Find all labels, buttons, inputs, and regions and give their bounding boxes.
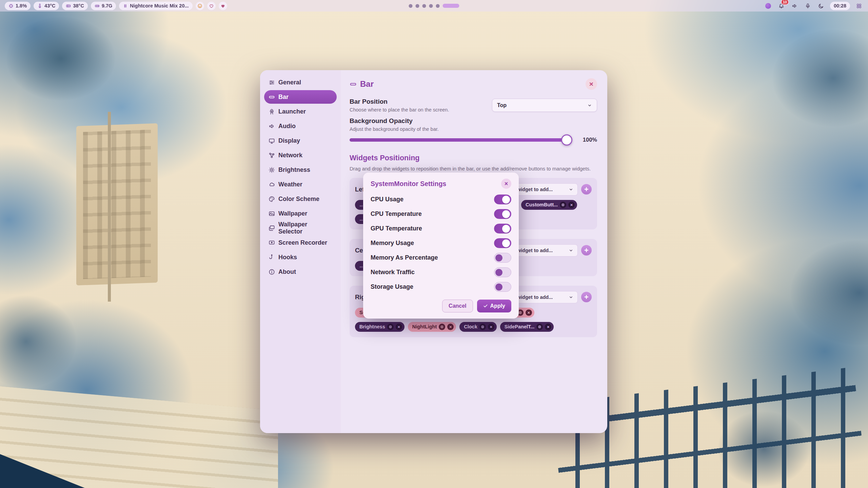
widget-remove-icon[interactable]: × <box>545 324 551 330</box>
workspace-dot[interactable] <box>422 4 426 8</box>
clock[interactable]: 00:28 <box>830 2 850 10</box>
workspaces-indicator <box>409 0 459 12</box>
accent-status-button[interactable] <box>764 1 773 10</box>
background-opacity-description: Adjust the background opacity of the bar… <box>350 126 597 132</box>
volume-button[interactable] <box>790 1 799 10</box>
memory-icon <box>95 3 100 8</box>
memory-as-percentage-toggle[interactable] <box>494 253 511 263</box>
widget-settings-icon[interactable] <box>439 324 445 330</box>
left-add-widget-button[interactable]: + <box>581 184 592 195</box>
accent-dot-icon <box>765 3 771 9</box>
widget-chip[interactable]: SidePanelT... × <box>500 322 554 332</box>
notifications-button[interactable]: 10 <box>777 1 786 10</box>
widget-remove-icon[interactable]: × <box>568 202 575 208</box>
sidebar-item-general[interactable]: General <box>264 76 337 89</box>
sidebar-item-audio[interactable]: Audio <box>264 119 337 133</box>
gpu-temp-value: 38°C <box>73 3 84 8</box>
sidebar-item-brightness[interactable]: Brightness <box>264 163 337 177</box>
settings-sidebar: General Bar Launcher Audio Display Netwo… <box>260 70 341 433</box>
cancel-button[interactable]: Cancel <box>442 300 473 312</box>
memory-usage-toggle[interactable] <box>494 238 511 248</box>
network-traffic-toggle[interactable] <box>494 267 511 277</box>
widget-remove-icon[interactable]: × <box>526 309 532 316</box>
memory-pill[interactable]: 9.7G <box>91 2 116 10</box>
opacity-slider[interactable] <box>350 138 571 142</box>
modal-header: SystemMonitor Settings × <box>371 179 511 189</box>
workspace-dot[interactable] <box>429 4 433 8</box>
microphone-button[interactable] <box>804 1 812 10</box>
chevron-down-icon <box>587 103 592 108</box>
media-player-pill[interactable]: Nightcore Music Mix 20... <box>119 2 192 10</box>
center-add-widget-button[interactable]: + <box>581 245 592 256</box>
heart-icon <box>220 3 225 8</box>
sidebar-item-wallpaper[interactable]: Wallpaper <box>264 207 337 220</box>
gpu-temperature-toggle[interactable] <box>494 224 511 233</box>
widget-chip-label: Clock <box>464 324 477 329</box>
cpu-temp-pill[interactable]: 43°C <box>34 2 59 10</box>
apply-label: Apply <box>490 303 505 309</box>
gpu-temp-pill[interactable]: 38°C <box>62 2 87 10</box>
favorite-button[interactable] <box>207 2 216 10</box>
opacity-slider-thumb[interactable] <box>561 134 572 145</box>
toggle-label: GPU Temperature <box>371 225 422 232</box>
widget-chip[interactable]: Clock × <box>459 322 497 332</box>
wallpaper-building <box>76 123 158 285</box>
bar-position-dropdown[interactable]: Top <box>492 99 597 112</box>
storage-usage-toggle[interactable] <box>494 282 511 292</box>
night-light-button[interactable] <box>817 1 826 10</box>
widget-settings-icon[interactable] <box>560 202 566 208</box>
workspace-dot[interactable] <box>436 4 440 8</box>
sidebar-item-network[interactable]: Network <box>264 148 337 162</box>
widget-settings-icon[interactable] <box>536 324 543 330</box>
widget-remove-icon[interactable]: × <box>447 324 454 330</box>
sidebar-item-color-scheme[interactable]: Color Scheme <box>264 192 337 206</box>
opacity-slider-row: 100% <box>350 137 597 143</box>
bar-position-description: Choose where to place the bar on the scr… <box>350 107 449 113</box>
sidebar-item-display[interactable]: Display <box>264 134 337 147</box>
apps-grid-icon <box>856 3 862 9</box>
bar-icon <box>350 81 357 88</box>
sidebar-item-hooks[interactable]: Hooks <box>264 250 337 264</box>
bar-position-text: Bar Position Choose where to place the b… <box>350 98 449 113</box>
workspace-dot[interactable] <box>409 4 413 8</box>
toggle-row-storage-usage: Storage Usage <box>371 280 511 294</box>
emoji-button[interactable] <box>196 2 204 10</box>
likes-button[interactable] <box>219 2 227 10</box>
apply-button[interactable]: Apply <box>477 300 511 312</box>
chevron-down-icon <box>569 248 573 253</box>
modal-title: SystemMonitor Settings <box>371 180 446 188</box>
sidebar-item-weather[interactable]: Weather <box>264 178 337 191</box>
widget-chip[interactable]: Brightness × <box>355 322 405 332</box>
cpu-usage-pill[interactable]: 1.8% <box>5 2 31 10</box>
window-close-button[interactable]: × <box>586 78 597 90</box>
cpu-usage-toggle[interactable] <box>494 195 511 204</box>
sidebar-label: Color Scheme <box>278 196 319 203</box>
modal-toggle-rows: CPU Usage CPU Temperature GPU Temperatur… <box>371 192 511 294</box>
modal-buttons: Cancel Apply <box>371 300 511 312</box>
opacity-value: 100% <box>577 137 597 143</box>
widget-settings-icon[interactable] <box>479 324 486 330</box>
gpu-icon <box>66 3 71 8</box>
sun-icon <box>269 167 275 173</box>
widget-remove-icon[interactable]: × <box>488 324 494 330</box>
widget-chip[interactable]: CustomButt... × <box>521 200 577 210</box>
widget-settings-icon[interactable] <box>387 324 394 330</box>
sidebar-item-bar[interactable]: Bar <box>264 90 337 104</box>
overview-button[interactable] <box>854 1 863 10</box>
widget-chip[interactable]: NightLight × <box>408 322 456 332</box>
workspace-active-pill[interactable] <box>443 4 459 8</box>
sidebar-item-wallpaper-selector[interactable]: Wallpaper Selector <box>264 221 337 235</box>
cpu-temperature-toggle[interactable] <box>494 209 511 219</box>
sidebar-item-screen-recorder[interactable]: Screen Recorder <box>264 236 337 249</box>
modal-close-button[interactable]: × <box>501 179 511 189</box>
sidebar-label: Wallpaper <box>278 210 307 217</box>
pause-icon <box>123 3 128 8</box>
right-add-widget-button[interactable]: + <box>581 292 592 302</box>
workspace-dot[interactable] <box>416 4 419 8</box>
toggle-knob <box>502 239 510 247</box>
sidebar-label: Network <box>278 152 302 159</box>
sidebar-item-about[interactable]: About <box>264 265 337 279</box>
widget-remove-icon[interactable]: × <box>396 324 402 330</box>
toggle-knob <box>495 283 502 290</box>
sidebar-item-launcher[interactable]: Launcher <box>264 105 337 118</box>
